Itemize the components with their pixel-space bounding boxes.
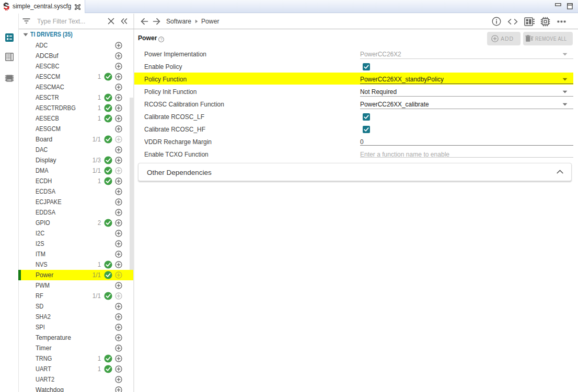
svg-text:?: ?	[160, 37, 163, 42]
